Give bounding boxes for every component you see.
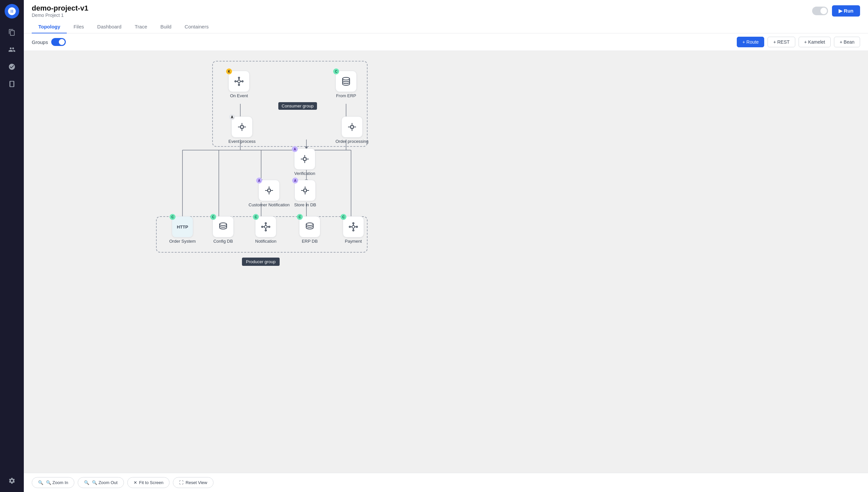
order-system-node[interactable]: C HTTP Order System	[169, 216, 196, 244]
svg-point-54	[261, 226, 263, 227]
erp-db-label: ERP DB	[302, 239, 318, 244]
badge-c3: C	[210, 214, 216, 220]
project-title: demo-project-v1	[32, 4, 88, 13]
add-kamelet-button[interactable]: + Kamelet	[798, 37, 831, 47]
svg-point-24	[342, 77, 349, 80]
topology-connectors	[24, 51, 868, 473]
order-system-label: Order System	[169, 239, 196, 244]
zoom-out-label: 🔍 Zoom Out	[92, 480, 117, 485]
svg-point-64	[349, 226, 350, 227]
fit-label: Fit to Screen	[139, 480, 163, 485]
store-in-db-label: Store in DB	[294, 202, 316, 207]
badge-c6: C	[340, 214, 347, 220]
reset-view-button[interactable]: ⛶ Reset View	[173, 477, 213, 488]
svg-rect-35	[303, 158, 306, 161]
customer-notification-label: Customer Notification	[249, 202, 289, 207]
badge-a4: A	[292, 177, 298, 183]
svg-point-16	[238, 77, 240, 78]
verification-node[interactable]: A Verification	[294, 148, 315, 176]
toolbar: Groups + Route + REST + Kamelet + Bean	[24, 33, 868, 51]
svg-point-18	[235, 81, 236, 82]
sidebar-item-users[interactable]	[5, 42, 19, 57]
header: demo-project-v1 Demo Project 1 ▶ Run Top…	[24, 0, 868, 33]
tab-files[interactable]: Files	[67, 21, 91, 33]
order-processing-label: Order processing	[335, 139, 368, 144]
topology-canvas[interactable]: Consumer group Producer group K	[24, 51, 868, 473]
payment-label: Payment	[345, 239, 362, 244]
project-subtitle: Demo Project 1	[32, 13, 88, 18]
add-rest-button[interactable]: + REST	[767, 37, 795, 47]
zoom-out-icon: 🔍	[84, 480, 89, 485]
add-bean-button[interactable]: + Bean	[834, 37, 860, 47]
notification-label: Notification	[255, 239, 276, 244]
svg-point-55	[269, 226, 270, 227]
svg-point-65	[356, 226, 358, 227]
main-content: demo-project-v1 Demo Project 1 ▶ Run Top…	[24, 0, 868, 492]
badge-a2: A	[292, 146, 298, 152]
svg-point-62	[353, 223, 354, 224]
tab-build[interactable]: Build	[154, 21, 178, 33]
config-db-label: Config DB	[213, 239, 233, 244]
tab-topology[interactable]: Topology	[32, 21, 67, 33]
zoom-in-icon: 🔍	[38, 480, 43, 485]
add-route-button[interactable]: + Route	[737, 37, 764, 47]
svg-point-17	[238, 84, 240, 85]
zoom-out-button[interactable]: 🔍 🔍 Zoom Out	[78, 477, 124, 488]
svg-point-51	[264, 225, 267, 228]
erp-db-node[interactable]: C ERP DB	[299, 216, 320, 244]
svg-rect-40	[268, 189, 271, 192]
from-erp-node[interactable]: C From ERP	[335, 71, 357, 98]
consumer-group-label: Consumer group	[278, 102, 317, 110]
groups-toggle-switch[interactable]	[51, 38, 66, 46]
sidebar-item-book[interactable]	[5, 77, 19, 91]
svg-rect-45	[304, 189, 306, 192]
fit-to-screen-button[interactable]: ✕ Fit to Screen	[127, 477, 170, 488]
badge-k: K	[226, 69, 232, 74]
event-process-node[interactable]: A Event process	[228, 116, 256, 144]
header-actions: ▶ Run	[812, 5, 860, 17]
svg-point-15	[238, 80, 240, 83]
badge-c: C	[333, 69, 339, 74]
app-logo[interactable]	[5, 4, 19, 19]
zoom-in-button[interactable]: 🔍 🔍 Zoom In	[32, 477, 74, 488]
svg-point-61	[352, 225, 355, 228]
svg-point-53	[265, 230, 266, 231]
run-button[interactable]: ▶ Run	[832, 5, 860, 17]
sidebar	[0, 0, 24, 492]
reset-label: Reset View	[185, 480, 207, 485]
badge-a: A	[229, 114, 235, 120]
sidebar-item-copy[interactable]	[5, 25, 19, 40]
tabs: Topology Files Dashboard Trace Build Con…	[32, 21, 860, 33]
on-event-node[interactable]: K On Event	[228, 71, 250, 98]
groups-toggle: Groups	[32, 38, 66, 46]
svg-point-60	[306, 223, 313, 225]
store-in-db-node[interactable]: A Store in DB	[294, 180, 316, 207]
sidebar-item-group[interactable]	[5, 59, 19, 74]
tab-containers[interactable]: Containers	[178, 21, 215, 33]
svg-point-19	[242, 81, 243, 82]
from-erp-label: From ERP	[336, 93, 356, 98]
tab-dashboard[interactable]: Dashboard	[91, 21, 128, 33]
badge-a3: A	[256, 177, 262, 183]
reset-icon: ⛶	[179, 480, 183, 485]
run-toggle[interactable]	[812, 7, 828, 15]
order-processing-node[interactable]: Order processing	[335, 116, 368, 144]
bottom-bar: 🔍 🔍 Zoom In 🔍 🔍 Zoom Out ✕ Fit to Screen…	[24, 473, 868, 492]
fit-icon: ✕	[133, 480, 137, 485]
groups-label: Groups	[32, 39, 48, 45]
on-event-label: On Event	[230, 93, 248, 98]
project-info: demo-project-v1 Demo Project 1	[32, 4, 88, 18]
payment-node[interactable]: C Payment	[343, 216, 364, 244]
customer-notification-node[interactable]: A Customer Notification	[249, 180, 289, 207]
notification-node[interactable]: C Notification	[255, 216, 276, 244]
config-db-node[interactable]: C Config DB	[212, 216, 234, 244]
sidebar-item-settings[interactable]	[5, 473, 19, 488]
badge-c5: C	[297, 214, 303, 220]
tab-trace[interactable]: Trace	[128, 21, 154, 33]
event-process-label: Event process	[228, 139, 256, 144]
badge-c4: C	[253, 214, 259, 220]
svg-rect-25	[240, 126, 243, 128]
svg-rect-30	[351, 126, 353, 128]
svg-point-52	[265, 223, 266, 224]
toolbar-actions: + Route + REST + Kamelet + Bean	[737, 37, 860, 47]
